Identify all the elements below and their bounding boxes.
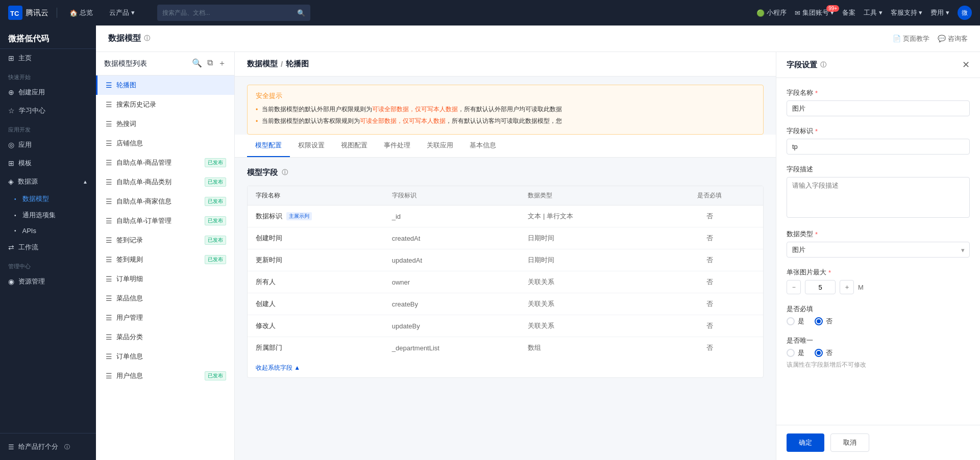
field-type-cell: 关联关系 (528, 277, 664, 287)
is-required-no[interactable]: 否 (815, 317, 832, 326)
model-item-order-info[interactable]: ☰ 订单信息 (96, 347, 234, 366)
sidebar-item-learn[interactable]: ☆ 学习中心 (0, 101, 96, 120)
field-name-cell: 所有人 (256, 277, 392, 287)
max-images-input-wrap: － ＋ M (787, 280, 970, 294)
close-settings-btn[interactable]: ✕ (962, 59, 970, 70)
field-id-input[interactable] (787, 139, 970, 155)
is-unique-no[interactable]: 否 (815, 348, 832, 357)
breadcrumb-sep: / (281, 60, 283, 68)
sidebar-item-workflow[interactable]: ⇄ 工作流 (0, 238, 96, 257)
nav-group-account[interactable]: ✉ 99+ 集团账号 ▾ (795, 8, 835, 17)
sidebar-item-create-app[interactable]: ⊕ 创建应用 (0, 83, 96, 101)
max-images-label: 单张图片最大 * (787, 268, 970, 277)
teaching-icon: 📄 (893, 35, 901, 42)
model-item-self-order-orders[interactable]: ☰ 自助点单-订单管理 已发布 (96, 211, 234, 231)
model-item-dish-category[interactable]: ☰ 菜品分类 (96, 327, 234, 347)
confirm-btn[interactable]: 确定 (787, 433, 824, 452)
fields-info-icon[interactable]: ⓘ (282, 168, 288, 177)
cancel-btn[interactable]: 取消 (830, 433, 869, 452)
table-row[interactable]: 更新时间 updatedAt 日期时间 否 (248, 249, 763, 271)
model-item-hot-search[interactable]: ☰ 热搜词 (96, 114, 234, 134)
field-id-label: 字段标识 * (787, 126, 970, 136)
model-item-dish-info[interactable]: ☰ 菜品信息 (96, 289, 234, 308)
model-item-store-info[interactable]: ☰ 店铺信息 (96, 134, 234, 153)
consult-btn[interactable]: 💬 咨询客 (938, 34, 968, 43)
model-item-user-management[interactable]: ☰ 用户管理 (96, 308, 234, 327)
data-type-select[interactable]: 图片 (787, 242, 970, 258)
field-id-cell: createBy (392, 300, 528, 308)
model-item-self-order-categories[interactable]: ☰ 自助点单-商品类别 已发布 (96, 172, 234, 192)
user-avatar[interactable]: 微 (958, 6, 972, 20)
learn-icon: ☆ (8, 107, 15, 115)
nav-customer-service[interactable]: 客服支持 ▾ (891, 8, 923, 17)
model-item-self-order-products[interactable]: ☰ 自助点单-商品管理 已发布 (96, 153, 234, 172)
copy-model-icon[interactable]: ⧉ (207, 58, 213, 69)
max-images-input[interactable] (805, 280, 836, 294)
nav-miniprogram[interactable]: 🟢 小程序 (756, 8, 787, 17)
table-row[interactable]: 所有人 owner 关联关系 否 (248, 271, 763, 293)
max-images-decrease-btn[interactable]: － (787, 280, 801, 294)
logo[interactable]: TC 腾讯云 (8, 6, 48, 20)
nav-cloud-products[interactable]: 云产品 ▾ (105, 8, 139, 17)
published-badge: 已发布 (205, 371, 226, 380)
sidebar-item-templates[interactable]: ⊞ 模板 (0, 154, 96, 172)
global-search[interactable]: 🔍 (157, 5, 310, 21)
published-badge: 已发布 (205, 255, 226, 264)
nav-home[interactable]: 🏠 总览 (65, 8, 97, 17)
model-item-checkin-rules[interactable]: ☰ 签到规则 已发布 (96, 250, 234, 269)
page-title-info-icon[interactable]: ⓘ (144, 34, 150, 43)
home-icon: ⊞ (8, 54, 14, 62)
field-settings-title: 字段设置 ⓘ (787, 60, 826, 70)
nav-right-section: 🟢 小程序 ✉ 99+ 集团账号 ▾ 备案 工具 ▾ 客服支持 ▾ 费用 ▾ 微 (756, 6, 972, 20)
tab-model-config[interactable]: 模型配置 (247, 135, 290, 157)
search-input[interactable] (162, 9, 297, 16)
sidebar-item-apis[interactable]: APIs (0, 223, 96, 238)
field-settings-info-icon[interactable]: ⓘ (820, 61, 826, 69)
sidebar-item-home[interactable]: ⊞ 主页 (0, 49, 96, 67)
tab-view-config[interactable]: 视图配置 (333, 135, 376, 157)
add-model-icon[interactable]: ＋ (218, 58, 226, 69)
tab-basic-info[interactable]: 基本信息 (461, 135, 504, 157)
sidebar-item-resource[interactable]: ◉ 资源管理 (0, 272, 96, 291)
field-name-input[interactable] (787, 100, 970, 116)
published-badge: 已发布 (205, 177, 226, 187)
table-row[interactable]: 所属部门 _departmentList 数组 否 (248, 337, 763, 359)
sidebar-item-apps[interactable]: ◎ 应用 (0, 136, 96, 154)
max-images-row: 单张图片最大 * － ＋ M (787, 268, 970, 294)
model-item-search-history[interactable]: ☰ 搜索历史记录 (96, 95, 234, 114)
field-settings-panel: 字段设置 ⓘ ✕ 字段名称 * (776, 52, 980, 460)
tab-permission[interactable]: 权限设置 (290, 135, 333, 157)
model-item-checkin-records[interactable]: ☰ 签到记录 已发布 (96, 231, 234, 250)
sidebar-item-common-options[interactable]: 通用选项集 (0, 207, 96, 223)
page-teaching-btn[interactable]: 📄 页面教学 (893, 34, 929, 43)
max-images-increase-btn[interactable]: ＋ (840, 280, 854, 294)
nav-fees[interactable]: 费用 ▾ (930, 8, 949, 17)
table-row[interactable]: 创建人 createBy 关联关系 否 (248, 293, 763, 315)
sidebar-footer-rating[interactable]: ☰ 给产品打个分 ⓘ (0, 438, 96, 456)
table-row[interactable]: 修改人 updateBy 关联关系 否 (248, 315, 763, 337)
tab-event-handling[interactable]: 事件处理 (376, 135, 419, 157)
workflow-icon: ⇄ (8, 243, 14, 251)
sidebar-item-datasource[interactable]: ◈ 数据源 ▲ (0, 172, 96, 191)
sidebar-item-data-model[interactable]: 数据模型 (0, 191, 96, 207)
model-item-label: 菜品信息 (116, 294, 226, 303)
field-desc-textarea[interactable] (787, 177, 970, 218)
is-required-yes[interactable]: 是 (787, 317, 804, 326)
model-item-self-order-merchant[interactable]: ☰ 自助点单-商家信息 已发布 (96, 192, 234, 211)
model-item-order-detail[interactable]: ☰ 订单明细 (96, 269, 234, 289)
table-row[interactable]: 数据标识 主展示列 _id 文本 | 单行文本 否 (248, 206, 763, 227)
model-item-user-info[interactable]: ☰ 用户信息 已发布 (96, 366, 234, 386)
nav-tools[interactable]: 工具 ▾ (864, 8, 883, 17)
field-settings-footer: 确定 取消 (776, 425, 980, 460)
nav-backup[interactable]: 备案 (842, 8, 855, 17)
detail-tabs: 模型配置 权限设置 视图配置 事件处理 关联应用 基本信息 (235, 135, 776, 158)
table-row[interactable]: 创建时间 createdAt 日期时间 否 (248, 227, 763, 249)
field-required-cell: 否 (664, 255, 755, 265)
model-item-label: 轮播图 (116, 81, 226, 90)
is-unique-yes[interactable]: 是 (787, 348, 804, 357)
collapse-fields-btn[interactable]: 收起系统字段 ▲ (248, 359, 763, 377)
model-item-carousel[interactable]: ☰ 轮播图 (96, 75, 234, 95)
model-item-label: 自助点单-订单管理 (116, 216, 201, 225)
search-model-icon[interactable]: 🔍 (192, 58, 202, 69)
tab-related-apps[interactable]: 关联应用 (419, 135, 461, 157)
